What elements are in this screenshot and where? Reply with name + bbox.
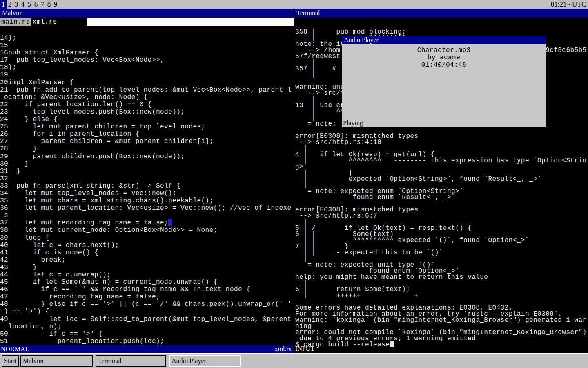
workspace-7[interactable]: 7 <box>39 0 46 9</box>
tab-xml-rs[interactable]: xml.rs <box>31 18 58 26</box>
code-line: 50 if c == '>' { <box>0 330 294 338</box>
code-line: 28 } <box>0 145 294 153</box>
terminal-title: Terminal <box>296 9 320 16</box>
workspace-4[interactable]: 4 <box>20 0 26 9</box>
code-line: 26 for i in parent_location { <box>0 130 294 138</box>
code-line: 42 break; <box>0 256 294 264</box>
code-line: 32 <box>0 175 294 182</box>
terminal-row: help: you might have meant to return thi… <box>295 274 588 280</box>
code-line: 39 loop { <box>0 234 294 242</box>
editor-code-area[interactable]: 14};1516pub struct XmlParser {17 pub top… <box>0 34 294 345</box>
code-line: 37 let mut recording_tag_name = false; <box>0 219 294 227</box>
terminal-row: | ^^^^^^^^ -------- this expression has … <box>295 158 588 164</box>
code-line: 43 } <box>0 264 294 271</box>
code-line: 19 <box>0 71 294 79</box>
code-line: 45 if let Some(&mut n) = current_node.un… <box>0 278 294 286</box>
code-line: 17 pub top_level_nodes: Vec<Box<Node>>, <box>0 56 294 64</box>
code-line: 46 if c == ' ' && recording_tag_name && … <box>0 286 294 293</box>
code-line: 20impl XmlParser { <box>0 79 294 86</box>
code-line: 30 } <box>0 160 294 168</box>
code-line: 29 parent_children.push(Box::new(node)); <box>0 153 294 160</box>
workspace-switcher: 123456789 <box>0 0 59 9</box>
code-line: 24 } else { <box>0 116 294 123</box>
terminal-row: | |_____- expected this to be `()` <box>295 250 588 256</box>
clock: 01:21~ UTC <box>551 0 588 9</box>
taskbar-button-audio-player[interactable]: Audio Player <box>169 355 241 367</box>
task-buttons: MalvimTerminalAudio Player <box>19 355 241 367</box>
terminal-row: | ++++++ + <box>295 293 588 299</box>
editor-statusbar: NORMAL xml.rs <box>0 345 294 353</box>
workspace-8[interactable]: 8 <box>46 0 52 9</box>
editor-status-filename: xml.rs <box>275 345 291 353</box>
code-line: 49 let loc = Self::add_to_parent(&mut to… <box>0 316 294 323</box>
terminal-row: | expected `Option<String>`, found `Resu… <box>295 176 588 182</box>
editor-cursor <box>168 219 172 226</box>
code-line: _location, n); <box>0 323 294 330</box>
topbar: 123456789 01:21~ UTC <box>0 0 588 9</box>
editor-tabs: main.rsxml.rs <box>0 18 87 26</box>
track-artist: by acane <box>342 54 546 61</box>
desktop: 123456789 01:21~ UTC Malvim main.rsxml.r… <box>0 0 588 368</box>
code-line: 27 parent_children = &mut parent_childre… <box>0 138 294 145</box>
taskbar-button-terminal[interactable]: Terminal <box>96 355 166 367</box>
terminal-row: found enum `Result<_, _>` <box>295 195 588 201</box>
workspace-3[interactable]: 3 <box>13 0 20 9</box>
track-name: Character.mp3 <box>342 47 546 54</box>
terminal-titlebar[interactable]: Terminal <box>294 9 588 18</box>
audio-player-body: Character.mp3 by acane 01:40/04:48 Playi… <box>342 44 546 127</box>
terminal-row: $ cargo build --release <box>295 342 588 348</box>
code-line: 34 let mut top_level_nodes = Vec::new(); <box>0 190 294 197</box>
terminal-mode: INPUT <box>295 345 314 352</box>
code-line: 22 if parent_location.len() == 0 { <box>0 101 294 108</box>
code-line: 23 top_level_nodes.push(Box::new(node)); <box>0 108 294 116</box>
code-line: s <box>0 212 294 219</box>
workspace-6[interactable]: 6 <box>33 0 39 9</box>
playback-state: Playing <box>343 119 363 127</box>
tab-main-rs[interactable]: main.rs <box>0 18 31 26</box>
terminal-row: --> src/http.rs:6:7 <box>295 213 588 219</box>
code-line: 25 let mut parent_children = top_level_n… <box>0 123 294 130</box>
code-line: 51 parent_location.push(loc); <box>0 338 294 345</box>
audio-player-titlebar[interactable]: Audio Player <box>342 36 546 44</box>
start-button[interactable]: Start <box>2 355 19 367</box>
code-line: 47 recording_tag_name = false; <box>0 293 294 301</box>
code-line: 15 <box>0 42 294 49</box>
malvim-titlebar[interactable]: Malvim <box>0 9 294 18</box>
code-line: 14}; <box>0 34 294 42</box>
editor-tabbar: main.rsxml.rs <box>0 18 294 26</box>
taskbar-button-malvim[interactable]: Malvim <box>20 355 93 367</box>
code-line: ) == '>') { <box>0 308 294 315</box>
workspace-1[interactable]: 1 <box>0 0 7 9</box>
editor-mode: NORMAL <box>1 345 29 353</box>
terminal-row: warning: `koxinga` (bin "mingInternet_Ko… <box>295 317 588 323</box>
workspace-5[interactable]: 5 <box>26 0 33 9</box>
terminal-row: --> src/http.rs:4:10 <box>295 139 588 146</box>
code-line: 31 } <box>0 168 294 175</box>
code-line: 36 let mut parent_location: Vec<usize> =… <box>0 204 294 212</box>
code-line: 33 pub fn parse(xml_string: &str) -> Sel… <box>0 182 294 190</box>
terminal-titlebar-divider <box>294 18 588 18</box>
code-line: 40 let c = chars.next(); <box>0 242 294 249</box>
code-line: 35 let mut chars = xml_string.chars().pe… <box>0 197 294 204</box>
workspace-2[interactable]: 2 <box>7 0 13 9</box>
code-line: 18}; <box>0 64 294 71</box>
code-line: 41 if c.is_none() { <box>0 249 294 256</box>
code-line: ocation: &Vec<usize>, node: Node) { <box>0 94 294 101</box>
code-line: 16pub struct XmlParser { <box>0 49 294 56</box>
terminal-cursor <box>390 341 394 347</box>
code-line: 44 let c = c.unwrap(); <box>0 271 294 278</box>
code-line: 38 let mut current_node: Option<Box<Node… <box>0 227 294 234</box>
code-line: 21 pub fn add_to_parent(top_level_nodes:… <box>0 86 294 94</box>
taskbar: Start MalvimTerminalAudio Player <box>0 353 588 368</box>
audio-player-window: Audio Player Character.mp3 by acane 01:4… <box>342 36 546 127</box>
track-time: 01:40/04:48 <box>342 61 546 69</box>
malvim-window: Malvim main.rsxml.rs 14};1516pub struct … <box>0 9 294 353</box>
workspace-9[interactable]: 9 <box>52 0 59 9</box>
malvim-title: Malvim <box>2 9 23 16</box>
code-line: 48 } else if c == '>' || (c == '/' && ch… <box>0 301 294 308</box>
